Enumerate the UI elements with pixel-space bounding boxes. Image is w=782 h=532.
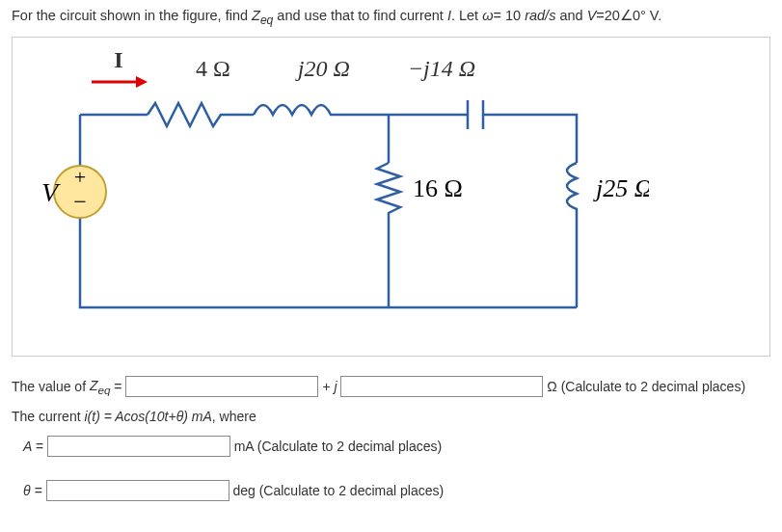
current-arrow: I — [90, 47, 148, 91]
l1-label: j20 Ω — [298, 56, 350, 82]
c1-label: −j14 Ω — [408, 56, 475, 82]
unit: deg (Calculate to 2 decimal places) — [232, 482, 444, 497]
current-label: I — [114, 47, 122, 73]
theta-input[interactable] — [46, 480, 229, 501]
circuit-svg: + − V 16 Ω j25 Ω — [32, 86, 649, 327]
arrow-icon — [90, 73, 148, 91]
label: The value of — [12, 378, 90, 393]
text: and use that to find current — [273, 8, 447, 23]
label: The current — [12, 409, 84, 424]
theta-label: θ = — [23, 482, 46, 497]
v-var: V — [587, 8, 597, 23]
svg-text:+: + — [74, 165, 86, 189]
text: For the circuit shown in the figure, fin… — [12, 8, 252, 23]
text: = 10 — [493, 8, 525, 23]
a-answer-row: A = mA (Calculate to 2 decimal places) — [23, 436, 770, 457]
omega-var: ω — [482, 8, 493, 23]
current-definition-row: The current i(t) = Acos(10t+θ) mA, where — [12, 409, 770, 424]
a-input[interactable] — [47, 436, 230, 457]
func: i(t) = Acos(10t+θ) mA — [84, 409, 211, 424]
unit: Ω (Calculate to 2 decimal places) — [547, 378, 745, 393]
text: and — [555, 8, 586, 23]
v-label: V — [41, 177, 61, 207]
text: . Let — [451, 8, 482, 23]
zeq-answer-row: The value of Zeq = + j Ω (Calculate to 2… — [12, 376, 770, 397]
zeq-imag-input[interactable] — [340, 376, 543, 397]
r1-label: 4 Ω — [196, 56, 230, 82]
zeq-var: Zeq — [90, 378, 111, 393]
theta-answer-row: θ = deg (Calculate to 2 decimal places) — [23, 480, 770, 501]
svg-text:−: − — [73, 189, 87, 214]
zeq-var: Zeq — [252, 8, 273, 23]
a-label: A = — [23, 438, 47, 453]
l2-label: j25 Ω — [593, 174, 649, 202]
eq: = — [110, 378, 125, 393]
r2-label: 16 Ω — [413, 174, 463, 202]
problem-statement: For the circuit shown in the figure, fin… — [12, 8, 770, 27]
zeq-real-input[interactable] — [125, 376, 318, 397]
unit: rad/s — [525, 8, 555, 23]
svg-marker-1 — [136, 76, 148, 88]
where: , where — [212, 409, 256, 424]
circuit-figure: I 4 Ω j20 Ω −j14 Ω — [12, 37, 770, 357]
voltage-source: + − — [54, 165, 106, 218]
unit: mA (Calculate to 2 decimal places) — [234, 438, 443, 453]
text: =20∠0° V. — [596, 8, 661, 23]
plus-j: + j — [322, 378, 337, 393]
